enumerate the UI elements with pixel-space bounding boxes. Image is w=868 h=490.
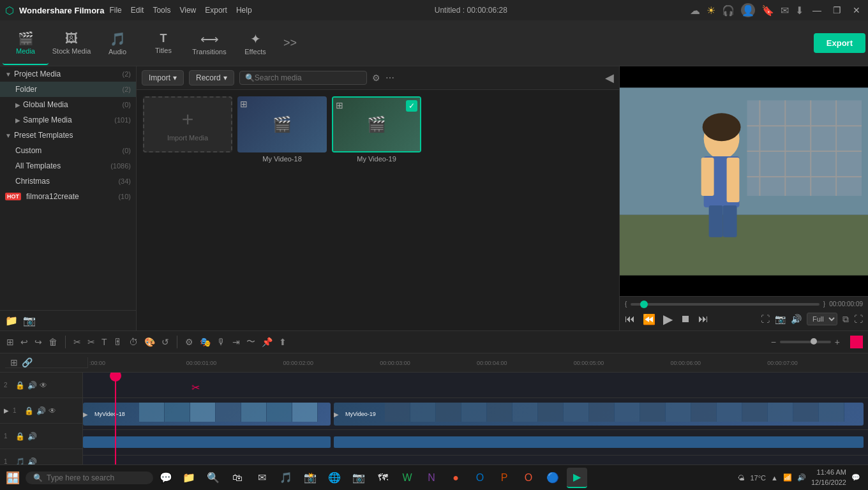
scrubber-track[interactable] (631, 303, 819, 306)
bookmark-icon[interactable]: 🔖 (761, 4, 774, 17)
fullscreen-icon[interactable]: ⛶ (854, 314, 863, 324)
cloud-icon[interactable]: ☁ (690, 4, 700, 17)
taskview-button[interactable]: 💬 (156, 468, 176, 488)
menu-export[interactable]: Export (205, 6, 227, 15)
search-box[interactable]: 🔍 (239, 71, 367, 85)
more-tools-icon[interactable]: >> (283, 36, 297, 50)
v2-lock-icon[interactable]: 🔒 (15, 381, 25, 390)
volume-icon[interactable]: 🔊 (791, 314, 802, 324)
tray-sound-icon[interactable]: 🔊 (797, 473, 806, 482)
next-frame-button[interactable]: ⏭ (698, 313, 708, 325)
add-media-icon[interactable]: 📷 (23, 315, 36, 327)
motion-icon[interactable]: 〜 (245, 335, 257, 349)
filter-icon[interactable]: ⚙ (372, 73, 380, 83)
project-media-section[interactable]: ▼ Project Media (2) (0, 66, 136, 82)
mail-icon[interactable]: ✉ (781, 4, 789, 17)
taskbar-powerpoint[interactable]: P (494, 468, 514, 488)
v1-audio-icon[interactable]: 🔊 (36, 406, 46, 415)
mic-icon[interactable]: 🎙 (216, 336, 227, 348)
menu-help[interactable]: Help (236, 6, 252, 15)
quality-select[interactable]: Full 1/2 1/4 (807, 313, 837, 325)
taskbar-instagram[interactable]: 📷 (348, 468, 369, 488)
audio-mix-icon[interactable]: 🎚 (112, 336, 124, 348)
menu-file[interactable]: File (109, 6, 121, 15)
preset-templates-section[interactable]: ▼ Preset Templates (0, 128, 136, 143)
search-input[interactable] (255, 73, 361, 82)
media-item-video18[interactable]: 🎬 ⊞ My Video-18 (237, 96, 327, 324)
folder-item[interactable]: Folder (2) (0, 82, 136, 97)
import-media-placeholder[interactable]: + Import Media (143, 96, 232, 324)
collapse-left-icon[interactable]: ◀ (605, 71, 614, 85)
toolbar-titles[interactable]: T Titles (140, 22, 186, 65)
snapshot-icon[interactable]: 📷 (775, 314, 786, 324)
toolbar-effects[interactable]: ✦ Effects (232, 22, 278, 65)
delete-icon[interactable]: 🗑 (47, 336, 59, 348)
clip-video18[interactable]: ▶ MyVideo-18 (83, 403, 331, 426)
taskbar-redapp[interactable]: ● (445, 468, 466, 488)
taskbar-word[interactable]: W (397, 468, 417, 488)
color-icon[interactable]: 🎨 (143, 336, 156, 348)
all-templates-item[interactable]: All Templates (1086) (0, 158, 136, 174)
crop-icon[interactable]: ✂ (86, 336, 96, 348)
avatar[interactable]: 👤 (741, 3, 755, 17)
sticker-icon[interactable]: 📌 (260, 336, 274, 348)
a1-lock-icon[interactable]: 🔒 (15, 432, 25, 441)
taskbar-mail[interactable]: ✉ (251, 468, 272, 488)
add-track-button[interactable]: ⊞ (10, 357, 18, 368)
settings-icon[interactable]: ⚙ (184, 336, 195, 348)
scene-icon[interactable]: 🎭 (198, 336, 212, 348)
audio-track-row[interactable] (83, 430, 868, 456)
v1-track-row[interactable]: ▶ MyVideo-18 ▶ MyVideo-19 (83, 398, 868, 430)
pip-icon[interactable]: ⛶ (761, 314, 770, 324)
v1-eye-icon[interactable]: 👁 (49, 406, 56, 415)
zoom-in-icon[interactable]: + (834, 336, 841, 348)
prev-frame-button[interactable]: ⏮ (625, 313, 635, 325)
v2-eye-icon[interactable]: 👁 (40, 381, 47, 390)
taskbar-search-app[interactable]: 🔍 (203, 468, 223, 488)
filmora12create-item[interactable]: HOT filmora12create (10) (0, 189, 136, 204)
zoom-slider[interactable] (780, 341, 831, 343)
toolbar-transitions[interactable]: ⟷ Transitions (186, 22, 232, 65)
v2-audio-icon[interactable]: 🔊 (27, 381, 37, 390)
taskbar-chrome[interactable]: 🔵 (542, 468, 563, 488)
download-icon[interactable]: ⬇ (795, 4, 804, 17)
taskbar-search-input[interactable] (47, 473, 136, 482)
stop-button[interactable]: ⏹ (680, 313, 691, 325)
speed-icon[interactable]: ⏱ (128, 336, 139, 348)
taskbar-opera[interactable]: O (518, 468, 539, 488)
rewind-icon[interactable]: ↺ (160, 336, 170, 348)
taskbar-filmora-active[interactable]: ▶ (567, 468, 587, 488)
more-options-icon[interactable]: ⋯ (385, 73, 394, 83)
play-button[interactable]: ▶ (663, 311, 673, 327)
a1-audio-icon[interactable]: 🔊 (27, 432, 37, 441)
menu-tools[interactable]: Tools (153, 6, 170, 15)
undo-icon[interactable]: ↩ (19, 336, 29, 348)
media-item-video19[interactable]: 🎬 ⊞ ✓ My Video-19 (332, 96, 421, 324)
v1-lock-icon[interactable]: 🔒 (24, 406, 34, 415)
windows-start-button[interactable]: 🪟 (3, 468, 23, 488)
import-icon[interactable]: ⬆ (278, 336, 288, 348)
add-track-icon[interactable]: ⊞ (5, 336, 15, 348)
taskbar-spotify[interactable]: 🎵 (276, 468, 296, 488)
system-tray-icon1[interactable]: 🌤 (738, 474, 745, 482)
taskbar-edge[interactable]: 🌐 (324, 468, 345, 488)
headset-icon[interactable]: 🎧 (722, 4, 735, 17)
zoom-thumb[interactable] (811, 338, 817, 345)
audio-clip-1[interactable] (83, 436, 331, 448)
global-media-item[interactable]: ▶ Global Media (0) (0, 97, 136, 112)
toolbar-audio[interactable]: 🎵 Audio (94, 22, 140, 65)
text-icon[interactable]: T (100, 336, 108, 348)
record-button[interactable]: Record ▾ (189, 70, 234, 85)
taskbar-store[interactable]: 🛍 (227, 468, 248, 488)
step-back-button[interactable]: ⏪ (643, 313, 655, 325)
taskbar-photos[interactable]: 📸 (300, 468, 320, 488)
add-folder-icon[interactable]: 📁 (5, 315, 18, 327)
taskbar-onenote[interactable]: N (421, 468, 442, 488)
minimize-button[interactable]: — (810, 5, 824, 15)
adjust-icon[interactable]: ⇥ (231, 336, 241, 348)
taskbar-clock[interactable]: 11:46 AM 12/16/2022 (811, 468, 846, 487)
tray-network-icon[interactable]: 📶 (783, 473, 792, 482)
scrubber-thumb[interactable] (640, 301, 648, 308)
maximize-button[interactable]: ❐ (830, 5, 844, 15)
taskbar-maps[interactable]: 🗺 (373, 468, 393, 488)
